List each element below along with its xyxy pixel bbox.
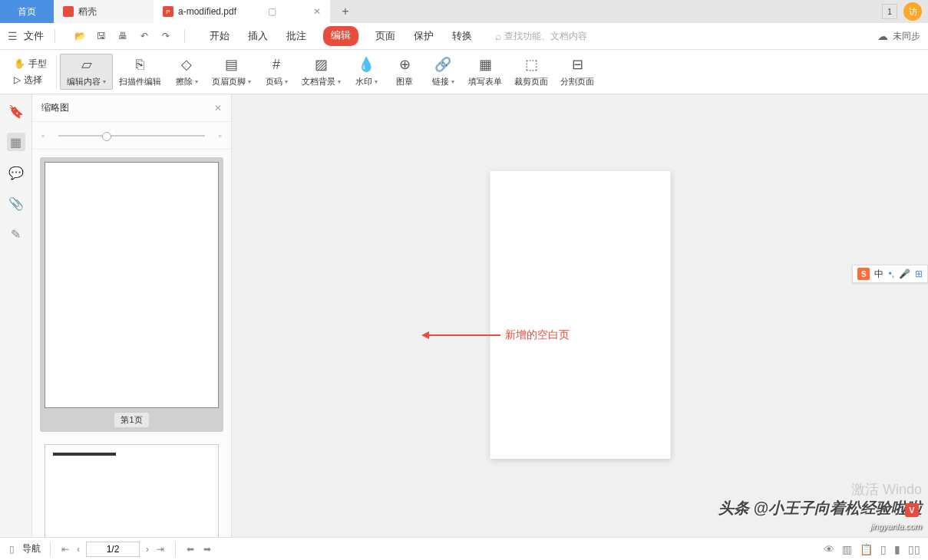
thumb-page-2[interactable] [40, 440, 223, 537]
form-icon: ▦ [477, 56, 494, 73]
clipboard-icon[interactable]: 📋 [860, 543, 873, 555]
search-input[interactable]: 查找功能、文档内容 [495, 30, 587, 43]
tab-home[interactable]: 首页 [0, 0, 54, 23]
stamp-button[interactable]: ⊕ 图章 [385, 54, 424, 89]
first-page-icon[interactable]: ⇤ [60, 542, 71, 556]
continuous-icon[interactable]: ▮ [894, 543, 900, 555]
single-page-icon[interactable]: ▯ [880, 543, 887, 555]
thumb-page-1[interactable]: 第1页 [40, 157, 223, 432]
tab-doc-label: 稻壳 [78, 5, 97, 18]
thumb-page-preview [45, 444, 219, 537]
two-page-icon[interactable]: ▯▯ [908, 543, 920, 555]
attachment-icon[interactable]: 📎 [7, 194, 25, 212]
divider [184, 29, 185, 43]
menu-tab-page[interactable]: 页面 [374, 26, 397, 46]
hand-icon: ✋ [14, 58, 25, 69]
erase-icon: ◇ [178, 56, 195, 73]
new-tab-button[interactable]: + [330, 0, 361, 23]
divider [56, 55, 57, 89]
header-footer-button[interactable]: ▤ 页眉页脚 [206, 54, 257, 89]
ime-mic-icon[interactable]: 🎤 [899, 268, 910, 279]
undo-icon[interactable]: ↶ [137, 28, 152, 44]
forward-icon[interactable]: ➡ [202, 542, 213, 556]
scan-edit-button[interactable]: ⎘ 扫描件编辑 [113, 54, 167, 89]
edit-content-button[interactable]: ▱ 编辑内容 [60, 54, 113, 90]
erase-button[interactable]: ◇ 擦除 [167, 54, 206, 89]
tab-active-file[interactable]: P a-modified.pdf ▢ ✕ [154, 0, 330, 23]
layout-icon[interactable]: ▥ [842, 543, 852, 555]
save-icon[interactable]: 🖫 [94, 28, 109, 44]
zoom-out-icon[interactable]: ▫ [41, 130, 45, 141]
thumb-title: 缩略图 [41, 101, 69, 114]
toolbar: ✋ 手型 ▷ 选择 ▱ 编辑内容 ⎘ 扫描件编辑 ◇ 擦除 ▤ 页眉页脚 # 页… [0, 50, 928, 94]
hand-tool[interactable]: ✋ 手型 [14, 58, 47, 71]
zoom-slider[interactable] [58, 135, 204, 137]
next-page-icon[interactable]: › [144, 542, 150, 556]
status-bar: ▯ 导航 ⇤ ‹ › ⇥ ⬅ ➡ 👁 ▥ 📋 ▯ ▮ ▯▯ [0, 537, 928, 560]
print-icon[interactable]: 🖶 [115, 28, 130, 44]
crop-icon: ⬚ [523, 56, 540, 73]
ime-widget[interactable]: S 中 •, 🎤 ⊞ [852, 265, 928, 283]
pdf-page[interactable] [490, 171, 670, 459]
nav-label[interactable]: 导航 [22, 542, 41, 555]
menu-tab-protect[interactable]: 保护 [412, 26, 435, 46]
form-button[interactable]: ▦ 填写表单 [462, 54, 508, 89]
tool-mode-group: ✋ 手型 ▷ 选择 [8, 54, 53, 90]
tabs-right: 1 访 [882, 0, 928, 23]
signature-icon[interactable]: ✎ [7, 225, 25, 243]
scan-icon: ⎘ [132, 56, 149, 73]
page-number-button[interactable]: # 页码 [257, 54, 296, 89]
redo-icon[interactable]: ↷ [158, 28, 173, 44]
menu-bar: ☰ 文件 📂 🖫 🖶 ↶ ↷ 开始 插入 批注 编辑 页面 保护 转换 查找功能… [0, 23, 928, 50]
menu-tab-annotate[interactable]: 批注 [285, 26, 308, 46]
bookmark-icon[interactable]: 🔖 [7, 102, 25, 120]
thumbnail-icon[interactable]: ▦ [7, 133, 25, 151]
background-icon: ▨ [313, 56, 330, 73]
divider [175, 542, 176, 556]
menu-left: ☰ 文件 📂 🖫 🖶 ↶ ↷ 开始 插入 批注 编辑 页面 保护 转换 查找功能… [8, 26, 587, 46]
tab-doc[interactable]: 稻壳 [54, 0, 154, 23]
comment-icon[interactable]: 💬 [7, 163, 25, 182]
top-badge[interactable]: 1 [882, 4, 897, 19]
canvas-area[interactable]: 新增的空白页 S 中 •, 🎤 ⊞ 激活 Windo 头条 @小王子向着松经验啦… [232, 94, 928, 537]
close-icon[interactable]: ✕ [313, 6, 321, 17]
cloud-icon[interactable]: ☁ [877, 30, 888, 42]
back-icon[interactable]: ⬅ [185, 542, 196, 556]
file-menu[interactable]: 文件 [24, 29, 44, 43]
prev-page-icon[interactable]: ‹ [75, 542, 81, 556]
crop-button[interactable]: ⬚ 裁剪页面 [508, 54, 554, 89]
open-icon[interactable]: 📂 [72, 28, 88, 44]
user-avatar[interactable]: 访 [903, 2, 922, 21]
menu-tab-insert[interactable]: 插入 [246, 26, 269, 46]
link-icon: 🔗 [434, 56, 451, 73]
annotation-arrow: 新增的空白页 [424, 328, 570, 342]
menu-tab-start[interactable]: 开始 [208, 26, 231, 46]
ime-grid-icon[interactable]: ⊞ [915, 268, 923, 279]
nav-toggle-icon[interactable]: ▯ [8, 542, 16, 556]
thumb-close-icon[interactable]: ✕ [214, 103, 222, 114]
last-page-icon[interactable]: ⇥ [155, 542, 166, 556]
background-button[interactable]: ▨ 文档背景 [296, 54, 347, 89]
menu-tab-convert[interactable]: 转换 [451, 26, 474, 46]
view-mode-icon[interactable]: 👁 [824, 543, 834, 555]
select-tool[interactable]: ▷ 选择 [14, 74, 47, 87]
sync-status[interactable]: 未同步 [893, 30, 920, 43]
ime-dot-icon[interactable]: •, [888, 268, 894, 279]
v-badge: V [905, 503, 919, 517]
page-input[interactable] [86, 542, 140, 557]
ime-lang[interactable]: 中 [874, 268, 883, 281]
menu-tab-edit[interactable]: 编辑 [323, 26, 358, 46]
divider [54, 29, 55, 43]
window-icon[interactable]: ▢ [268, 6, 276, 17]
zoom-in-icon[interactable]: ▫ [219, 130, 222, 141]
hamburger-icon[interactable]: ☰ [8, 30, 18, 42]
doc-icon [63, 6, 74, 17]
thumbnail-panel: 缩略图 ✕ ▫ ▫ 第1页 [32, 94, 232, 537]
watermark-button[interactable]: 💧 水印 [347, 54, 385, 89]
thumb-page-label: 第1页 [114, 413, 148, 427]
link-button[interactable]: 🔗 链接 [424, 54, 462, 89]
annotation-text: 新增的空白页 [505, 328, 570, 342]
split-button[interactable]: ⊟ 分割页面 [554, 54, 600, 89]
thumb-header: 缩略图 ✕ [32, 94, 231, 122]
thumb-list: 第1页 [32, 150, 231, 537]
